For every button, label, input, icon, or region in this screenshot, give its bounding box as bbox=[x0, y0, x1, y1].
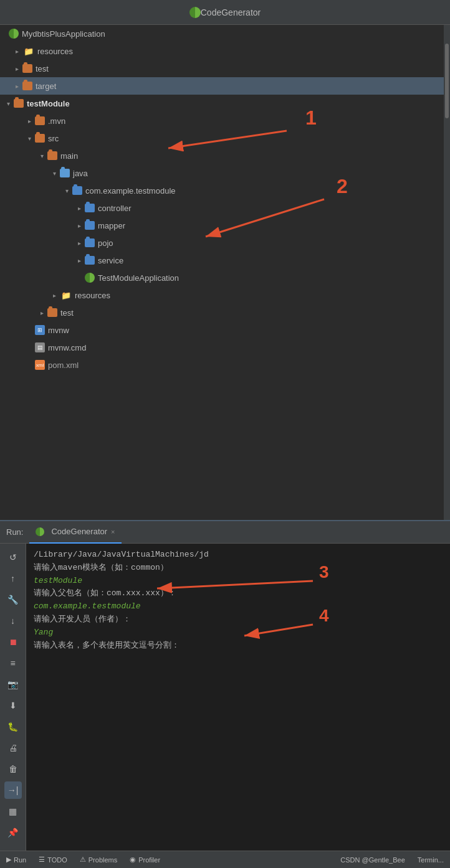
folder-icon-java bbox=[60, 169, 70, 177]
label-main: main bbox=[60, 151, 78, 161]
status-problems[interactable]: ⚠ Problems bbox=[80, 856, 117, 864]
folder-icon-testmodule bbox=[14, 99, 24, 108]
folder-icon-pojo bbox=[85, 238, 95, 247]
label-mvnwcmd: mvnw.cmd bbox=[48, 343, 86, 352]
file-tree-area: MydbtisPlusApplication 📁 resources test … bbox=[0, 25, 450, 520]
layout-button[interactable]: ▦ bbox=[4, 803, 22, 820]
file-icon-mvnw: ⊞ bbox=[35, 325, 45, 335]
tree-item-mapper[interactable]: mapper bbox=[0, 217, 450, 234]
run-status-label: Run bbox=[14, 856, 26, 864]
chevron-mapper bbox=[75, 222, 84, 229]
label-pomxml: pom.xml bbox=[48, 361, 79, 370]
todo-icon: ☰ bbox=[39, 856, 45, 864]
status-terminal[interactable]: Termin... bbox=[418, 856, 444, 864]
title-text: CodeGenerator bbox=[201, 7, 261, 17]
run-content: ↺ ↑ 🔧 ↓ ⏹ ≡ 📷 ⬇ 🐛 🖨 🗑 →| ▦ 📌 /Library/Ja… bbox=[0, 544, 450, 851]
jump-button[interactable]: →| bbox=[4, 781, 22, 799]
chevron-test1 bbox=[12, 65, 21, 72]
run-label: Run: bbox=[6, 527, 23, 537]
output-line-2: 请输入maven模块名（如：common） bbox=[34, 562, 443, 575]
status-bar: ▶ Run ☰ TODO ⚠ Problems ◉ Profiler CSDN … bbox=[0, 851, 450, 868]
folder-icon-mapper bbox=[85, 221, 95, 230]
label-java: java bbox=[73, 169, 88, 178]
project-name: MydbtisPlusApplication bbox=[22, 29, 105, 39]
stop-button[interactable]: ⏹ bbox=[4, 633, 22, 651]
label-mvn: .mvn bbox=[48, 116, 65, 126]
status-profiler[interactable]: ◉ Profiler bbox=[130, 856, 160, 864]
scroll-down-button[interactable]: ↓ bbox=[4, 612, 22, 630]
tree-item-target[interactable]: target bbox=[0, 77, 450, 95]
tree-item-package[interactable]: com.example.testmodule bbox=[0, 182, 450, 199]
tree-item-test2[interactable]: test bbox=[0, 304, 450, 321]
chevron-testmodule bbox=[4, 100, 12, 107]
output-line-4: 请输入父包名（如：com.xxx.xxx）： bbox=[34, 587, 443, 600]
folder-icon-test2 bbox=[47, 308, 57, 317]
tree-item-java[interactable]: java bbox=[0, 164, 450, 182]
spring-icon bbox=[189, 7, 201, 18]
output-line-3: testModule bbox=[34, 575, 443, 588]
folder-icon-resources1: 📁 bbox=[22, 46, 35, 56]
run-tab-close[interactable]: × bbox=[111, 528, 115, 535]
label-controller: controller bbox=[98, 204, 131, 213]
folder-icon-controller bbox=[85, 204, 95, 212]
spring-icon-app bbox=[85, 273, 95, 283]
tree-item-resources2[interactable]: 📁 resources bbox=[0, 286, 450, 304]
tree-item-mvnw[interactable]: ⊞ mvnw bbox=[0, 321, 450, 339]
print-button[interactable]: 🖨 bbox=[4, 739, 22, 757]
chevron-package bbox=[62, 187, 71, 194]
folder-icon-service bbox=[85, 256, 95, 265]
bottom-panel: Run: CodeGenerator × ↺ ↑ 🔧 ↓ ⏹ ≡ 📷 ⬇ 🐛 🖨… bbox=[0, 520, 450, 868]
rerun-button[interactable]: ↺ bbox=[4, 549, 22, 566]
status-csdn[interactable]: CSDN @Gentle_Bee bbox=[340, 856, 405, 864]
profiler-icon: ◉ bbox=[130, 856, 136, 864]
scrollbar[interactable] bbox=[444, 25, 450, 520]
spring-icon-tab bbox=[36, 527, 44, 536]
tree-item-main[interactable]: main bbox=[0, 147, 450, 164]
tree-item-service[interactable]: service bbox=[0, 252, 450, 269]
status-todo[interactable]: ☰ TODO bbox=[39, 856, 67, 864]
snapshot-button[interactable]: 📷 bbox=[4, 676, 22, 693]
tree-item-mvnwcmd[interactable]: ▤ mvnw.cmd bbox=[0, 339, 450, 356]
status-run[interactable]: ▶ Run bbox=[6, 856, 26, 864]
tree-item-src[interactable]: src bbox=[0, 130, 450, 147]
tree-item-app[interactable]: TestModuleApplication bbox=[0, 269, 450, 286]
chevron-java bbox=[50, 170, 59, 177]
chevron-pojo bbox=[75, 240, 84, 247]
folder-icon-test1 bbox=[22, 64, 32, 73]
tree-item-test1[interactable]: test bbox=[0, 60, 450, 77]
scroll-up-button[interactable]: ↑ bbox=[4, 570, 22, 587]
run-output[interactable]: /Library/Java/JavaVirtualMachines/jd 请输入… bbox=[26, 544, 450, 851]
output-line-1: /Library/Java/JavaVirtualMachines/jd bbox=[34, 549, 443, 562]
run-icon: ▶ bbox=[6, 856, 11, 864]
problems-label: Problems bbox=[89, 856, 117, 864]
tree-item-controller[interactable]: controller bbox=[0, 199, 450, 217]
tree-item-resources1[interactable]: 📁 resources bbox=[0, 42, 450, 60]
title-bar: CodeGenerator bbox=[0, 0, 450, 25]
tree-item-mvn[interactable]: .mvn bbox=[0, 112, 450, 130]
chevron-controller bbox=[75, 205, 84, 212]
run-tab[interactable]: CodeGenerator × bbox=[29, 521, 121, 544]
label-package: com.example.testmodule bbox=[85, 186, 176, 196]
tree-item-pojo[interactable]: pojo bbox=[0, 234, 450, 252]
debug-button[interactable]: 🐛 bbox=[4, 718, 22, 735]
output-line-6: 请输入开发人员（作者）： bbox=[34, 613, 443, 626]
chevron-src bbox=[25, 135, 34, 142]
scroll-top-button[interactable]: ≡ bbox=[4, 654, 22, 672]
wrench-button[interactable]: 🔧 bbox=[4, 591, 22, 608]
output-line-8: 请输入表名，多个表使用英文逗号分割： bbox=[34, 639, 443, 653]
output-line-5: com.example.testmodule bbox=[34, 600, 443, 613]
chevron-main bbox=[37, 153, 46, 159]
project-header[interactable]: MydbtisPlusApplication bbox=[0, 25, 450, 42]
chevron-resources2 bbox=[50, 292, 59, 299]
tree-item-pomxml[interactable]: xml pom.xml bbox=[0, 356, 450, 374]
folder-icon-mvn bbox=[35, 116, 45, 125]
output-line-7: Yang bbox=[34, 626, 443, 639]
pin-button[interactable]: 📌 bbox=[4, 824, 22, 841]
chevron-mvn bbox=[25, 118, 34, 125]
chevron-resources1 bbox=[12, 48, 21, 55]
trash-button[interactable]: 🗑 bbox=[4, 760, 22, 778]
tree-item-testmodule[interactable]: testModule bbox=[0, 95, 450, 112]
profiler-label: Profiler bbox=[138, 856, 160, 864]
download-button[interactable]: ⬇ bbox=[4, 697, 22, 714]
label-resources1: resources bbox=[37, 47, 73, 56]
